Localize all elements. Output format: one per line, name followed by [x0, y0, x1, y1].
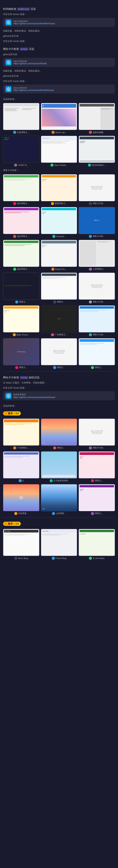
label-text-11: Farewell... [56, 235, 66, 238]
screenshot-item-5: Stay Foolish... Stay Foolish... [41, 136, 77, 166]
browser-icon-4 [5, 393, 11, 399]
browser-card-friends-issues[interactable]: xaoxuu/friends https://github.com/xaoxuu… [3, 85, 115, 94]
v4-avatar-1 [13, 446, 16, 450]
issues-tag-2: issues [13, 40, 19, 42]
avatar-14 [51, 268, 54, 271]
screenshot-item-20: 广告 广告博客主... [41, 305, 77, 336]
screenshot-item-23: Oops not authorizedPlease wait to loadif… [41, 338, 77, 369]
screenshot-thumb-4: CODE ISPOETRY... [3, 136, 40, 163]
label-text-13: 远处博客主... [17, 268, 29, 271]
screenshot-thumb-2 [41, 103, 77, 130]
friends-issues-url[interactable]: https://github.com/xaoxuu/friends/issues [13, 89, 54, 92]
label-21: 博客卡片标... [78, 333, 115, 336]
mid-label-1: 博客卡片标签 → [3, 168, 115, 172]
avatar-2 [52, 131, 55, 134]
v3-screenshot-thumb-1: Bob's Blog [3, 529, 40, 556]
howto-url[interactable]: https://github.com/xaoxuu/wctanks/issues [13, 396, 55, 399]
add-note-2: 加载失败，请稍后重试。请稍后重试。 [3, 69, 115, 73]
github-note-2: github仓库示例 [3, 74, 115, 78]
v4-screenshot-grid-2: E 天天换壁纸推荐 博客卡片内容... [3, 451, 115, 482]
v4-screenshot-thumb-6: 博客卡片内容... [78, 451, 115, 478]
timeline-url[interactable]: https://github.com/xaoxuu/timeline/issue… [13, 22, 55, 25]
flatart-tag: flatart [6, 381, 11, 384]
avatar-22 [15, 366, 18, 369]
rendering-label: 渲染的标签： [3, 404, 115, 408]
avatar-4 [14, 163, 17, 166]
browser-url-timeline: xaoxuu/timeline https://github.com/xaoxu… [13, 20, 55, 25]
timeline-subtitle: 对应仓库 issues 链接： [3, 12, 115, 16]
screenshot-item-1: 石诺博客主... [3, 103, 40, 134]
screenshot-thumb-19: Betty Prince...内容 [3, 305, 40, 333]
friends-url[interactable]: https://github.com/xaoxuu/friends [13, 62, 47, 65]
v4-screenshot-item-2: 日落... 博客主... [41, 418, 77, 450]
v4-screenshot-thumb-7 [3, 484, 40, 511]
screenshot-thumb-10 [3, 207, 40, 234]
label-text-2: Never say... [55, 131, 66, 133]
error-text-3: Oops not authorizedPlease wait to loadif… [52, 349, 66, 354]
avatar-21 [89, 333, 92, 336]
screenshot-thumb-11: Farewell内容... [41, 207, 77, 234]
browser-icon-3 [5, 86, 11, 92]
screenshot-thumb-18: Oops not authorizedPlease wait to loadif… [78, 273, 115, 300]
avatar-18 [89, 301, 92, 304]
screenshot-item-12: 博客卡片 博客卡片标... [78, 207, 115, 238]
screenshot-thumb-1 [3, 103, 40, 130]
avatar-19 [13, 333, 16, 336]
label-2: Never say... [41, 131, 77, 134]
screenshot-item-3: 这家伙很懒... [78, 103, 115, 134]
v4-screenshot-thumb-3: Oops not authorizedPlease wait to loadif… [78, 418, 115, 446]
screenshot-thumb-20: 广告 [41, 305, 77, 333]
screenshot-thumb-6: REGENMACNEWS BY... [78, 136, 115, 163]
v4-label-2: 博客主... [41, 446, 77, 450]
v3-label-3: & Link Notes [78, 557, 115, 560]
v4-screenshot-item-4: E [3, 451, 40, 482]
label-text-16: 博客主... [19, 301, 27, 303]
issues-ref-note: 对应仓库 issues 链接： [3, 386, 115, 390]
screenshot-item-9: Oops not authorizedPlease wait to loadif… [78, 174, 115, 205]
label-text-22: 博客主... [19, 366, 27, 369]
label-text-18: 博客卡片标... [93, 301, 105, 303]
gitee-note: gitee仓库示例 [3, 53, 115, 56]
screenshot-item-14: Robert Pic...内容... Robert Pic... [41, 240, 77, 271]
sites-tag-2: sites [20, 376, 28, 379]
label-9: 博客卡片标... [78, 202, 115, 205]
version-label-3: 版本：3.0 [8, 522, 19, 525]
browser-card-timeline[interactable]: xaoxuu/timeline https://github.com/xaoxu… [3, 18, 115, 27]
avatar-10 [13, 235, 16, 238]
screenshot-thumb-22 [3, 338, 40, 365]
screenshot-thumb-8: 重要博客主内容... [41, 174, 77, 201]
label-text-4: CODE IS... [18, 164, 28, 166]
repo-name-friends-issues: xaoxuu/friends [13, 87, 54, 89]
label-18: 博客卡片标... [78, 301, 115, 304]
v4-label-5: 天天换壁纸推荐 [41, 479, 77, 482]
v4-screenshot-item-1: 广告博客主... [3, 418, 40, 450]
label-text-8: 重要博客主... [55, 202, 67, 205]
browser-card-friends[interactable]: xaoxuu/friends https://github.com/xaoxuu… [3, 58, 115, 67]
screenshot-thumb-15 [78, 240, 115, 267]
label-4: CODE IS... [3, 163, 40, 166]
v4-avatar-6 [91, 479, 94, 482]
screenshot-grid-8: 博客主... Oops not authorizedPlease wait to… [3, 338, 115, 369]
v4-screenshot-item-7: 日落博客... [3, 484, 40, 515]
issues-tag-3: issues [13, 80, 19, 83]
screenshot-item-7: 城市博客主... [3, 174, 40, 205]
version-badge-4: ★ 版本：4.0 [3, 411, 21, 415]
screenshot-grid-5: 远处博客主... Robert Pic...内容... Robert Pic..… [3, 240, 115, 271]
label-15: 人体博客主... [78, 268, 115, 271]
error-text-1: Oops not authorizedPlease wait to loadif… [90, 185, 103, 190]
browser-card-howto[interactable]: 如何参考项目 https://github.com/xaoxuu/wctanks… [3, 391, 115, 400]
screenshot-item-6: REGENMACNEWS BY... REGENMAC... [78, 136, 115, 166]
v3-screenshot-grid-1: Bob's Blog Bob's Blog Power Blog [3, 529, 115, 560]
screenshot-grid-2: CODE ISPOETRY... CODE IS... Stay Foolish… [3, 136, 115, 166]
avatar-5 [50, 163, 53, 166]
label-text-19: Betty Prince... [17, 334, 29, 336]
v4-screenshot-thumb-4 [3, 451, 40, 478]
v4-screenshot-thumb-1 [3, 418, 40, 446]
divider-2 [3, 517, 115, 518]
screenshot-grid-1: 石诺博客主... Never say... [3, 103, 115, 134]
v4-label-6: 博客主... [78, 479, 115, 482]
v3-label-text-1: Bob's Blog [18, 557, 28, 559]
v4-label-7: 日落博客... [3, 512, 40, 515]
v4-screenshot-grid-1: 广告博客主... 日落... 博客主... Oops not authorize… [3, 418, 115, 450]
section-timeline: 时间轴标签 timeline 渲染 对应仓库 issues 链接： xaoxuu… [3, 7, 115, 43]
